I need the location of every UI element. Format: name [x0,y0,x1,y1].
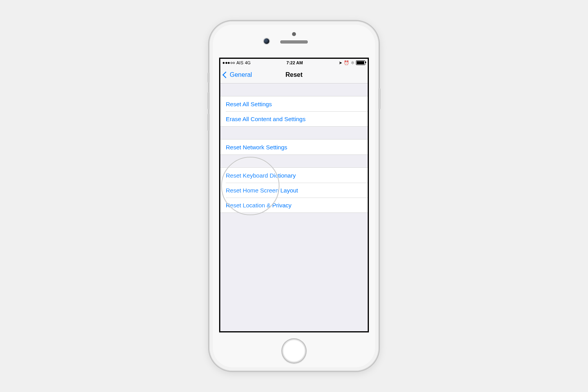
location-icon: ➤ [339,61,342,65]
settings-group: Reset Keyboard Dictionary Reset Home Scr… [220,167,368,213]
nav-bar: General Reset [220,67,368,83]
erase-all-content-button[interactable]: Erase All Content and Settings [220,111,368,126]
row-label: Reset Location & Privacy [226,202,292,209]
signal-dots-icon [223,62,235,64]
mute-switch [207,73,210,83]
bluetooth-icon: ✻ [351,61,354,65]
back-button[interactable]: General [222,67,254,83]
network-label: 4G [245,60,251,65]
volume-down-button [207,114,210,131]
status-bar: AIS 4G 7:22 AM ➤ ⏰ ✻ [220,59,368,67]
home-button[interactable] [281,338,307,363]
back-label: General [230,71,252,78]
reset-location-privacy-button[interactable]: Reset Location & Privacy [220,198,368,212]
chevron-left-icon [223,72,229,78]
proximity-sensor [292,32,296,36]
carrier-label: AIS [236,60,243,65]
front-camera [264,38,269,44]
earpiece-speaker [280,40,308,44]
reset-home-screen-layout-button[interactable]: Reset Home Screen Layout [220,183,368,198]
row-label: Reset Network Settings [226,144,287,151]
row-label: Erase All Content and Settings [226,116,305,122]
reset-network-settings-button[interactable]: Reset Network Settings [220,140,368,154]
phone-body: AIS 4G 7:22 AM ➤ ⏰ ✻ General Reset [210,22,378,370]
device-screen: AIS 4G 7:22 AM ➤ ⏰ ✻ General Reset [220,59,368,331]
alarm-icon: ⏰ [344,61,349,65]
row-label: Reset Keyboard Dictionary [226,172,296,179]
reset-all-settings-button[interactable]: Reset All Settings [220,96,368,111]
clock-label: 7:22 AM [250,60,339,65]
reset-keyboard-dictionary-button[interactable]: Reset Keyboard Dictionary [220,168,368,183]
volume-up-button [207,92,210,109]
row-label: Reset All Settings [226,101,272,107]
battery-icon [356,60,365,65]
settings-list: Reset All Settings Erase All Content and… [220,83,368,213]
row-label: Reset Home Screen Layout [226,187,298,194]
power-button [378,88,381,109]
page-title: Reset [285,71,303,78]
settings-group: Reset Network Settings [220,139,368,155]
settings-group: Reset All Settings Erase All Content and… [220,96,368,127]
